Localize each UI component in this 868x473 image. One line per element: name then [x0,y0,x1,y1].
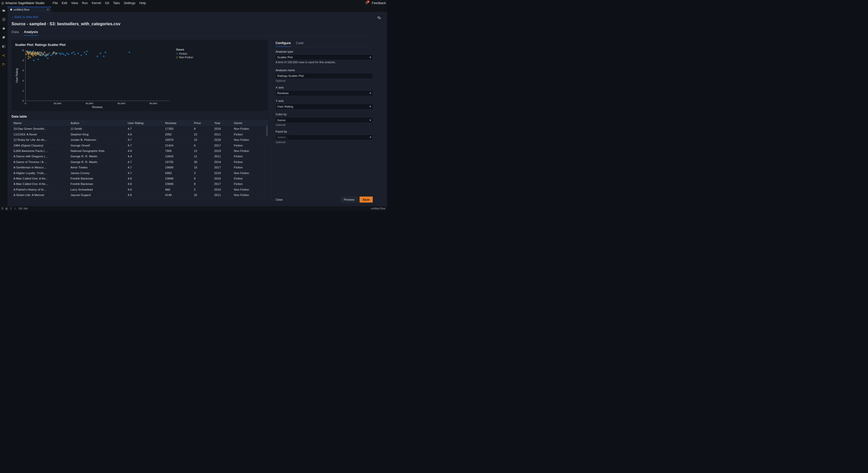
menu-file[interactable]: File [53,1,58,5]
branch-icon[interactable] [2,63,5,66]
svg-point-9 [4,54,5,55]
svg-point-93 [128,52,130,53]
table-row[interactable]: A Gentleman in Mosco…Amor Towles4.719699… [11,165,268,170]
menu-view[interactable]: View [71,1,78,5]
col-2[interactable]: User Rating [126,120,163,126]
svg-point-82 [73,52,74,53]
table-row[interactable]: A Game of Thrones / A …George R. R. Mart… [11,159,268,164]
menu-edit[interactable]: Edit [62,1,67,5]
gear-icon[interactable] [377,16,381,20]
table-row[interactable]: A Higher Loyalty: Truth,…James Comey4.75… [11,170,268,176]
svg-text:2: 2 [23,79,24,82]
left-rail [0,6,7,206]
scrollbar-thumb[interactable] [266,126,268,136]
analysis-name-input[interactable] [276,73,373,78]
palette-icon[interactable] [2,36,5,39]
svg-point-87 [85,54,87,55]
svg-point-1 [2,3,3,4]
git-icon[interactable] [2,27,5,30]
table-row[interactable]: A Patriot's History of th…Larry Schweika… [11,187,268,192]
status-bar: 0 >_ 1 Git: idle untitled.flow [0,206,387,211]
folder-icon[interactable] [2,9,5,12]
svg-point-67 [49,53,50,54]
svg-point-123 [45,55,47,56]
y-axis-select[interactable]: User Rating▾ [276,104,373,109]
table-row[interactable]: 11/22/63: A NovelStephen King4.620522220… [11,131,268,137]
menu-run[interactable]: Run [82,1,88,5]
x-axis-label: X axis [276,86,373,89]
menu-help[interactable]: Help [140,1,146,5]
back-link-label: Back to data flow [15,15,38,19]
x-axis-select[interactable]: Reviews▾ [276,90,373,96]
panel-icon[interactable] [2,44,5,48]
config-tab-configure[interactable]: Configure [276,39,291,47]
table-row[interactable]: 1984 (Signet Classics)George Orwell4.721… [11,143,268,148]
svg-point-133 [32,55,34,57]
brand: Amazon SageMaker Studio [1,1,52,5]
menu-tabs[interactable]: Tabs [113,1,120,5]
svg-point-120 [41,53,42,54]
status-file: untitled.flow [371,207,385,210]
svg-point-117 [38,54,40,55]
terminal-icon[interactable]: >_ [5,207,8,210]
name-optional: Optional [276,80,373,83]
table-row[interactable]: A Man Called Ove: A No…Fredrik Backman4.… [11,181,268,187]
analysis-type-select[interactable]: Scatter Plot▾ [276,55,373,60]
table-row[interactable]: 10-Day Green Smoothi…JJ Smith4.717350820… [11,126,268,131]
flow-file-icon [10,8,12,11]
menu-settings[interactable]: Settings [124,1,135,5]
analysis-name-label: Analysis name [276,68,373,72]
col-6[interactable]: Genre [232,120,268,126]
config-tab-code[interactable]: Code [296,39,304,46]
svg-point-76 [61,53,63,54]
flow-icon[interactable] [2,54,5,57]
tab-data[interactable]: Data [11,30,19,35]
svg-point-81 [71,53,72,54]
svg-point-130 [29,57,31,58]
back-link[interactable]: Back to data flow [11,15,373,19]
notifications-button[interactable]: 4 [365,1,368,5]
svg-point-125 [52,53,54,54]
svg-point-89 [97,56,98,57]
svg-point-78 [65,55,66,56]
svg-point-85 [81,55,82,56]
facet-by-select[interactable]: Select...▾ [276,135,373,140]
status-gear-icon[interactable] [14,207,16,210]
clear-button[interactable]: Clear [276,198,283,201]
target-icon[interactable] [2,18,5,22]
menu-git[interactable]: Git [105,1,109,5]
subtabs: Data Analysis [11,30,373,36]
chart-card: Scatter Plot: Ratings Scatter Plot 01234… [11,39,268,111]
table-row[interactable]: 12 Rules for Life: An An…Jordan B. Peter… [11,137,268,143]
svg-point-10 [4,56,5,57]
col-3[interactable]: Reviews [163,120,192,126]
svg-text:4: 4 [23,59,24,62]
col-1[interactable]: Author [69,120,126,126]
table-row[interactable]: A Stolen Life: A MemoirJaycee Dugard4.64… [11,192,268,198]
svg-point-94 [37,59,39,60]
col-4[interactable]: Price [192,120,212,126]
data-table-wrap[interactable]: NameAuthorUser RatingReviewsPriceYearGen… [11,120,268,203]
table-row[interactable]: 5,000 Awesome Facts (…National Geographi… [11,148,268,154]
scatter-plot[interactable]: 012345020,00040,00060,00080,000ReviewsUs… [15,48,171,109]
svg-point-8 [2,55,3,56]
svg-point-129 [28,56,29,57]
svg-point-12 [3,65,3,66]
menu-kernel[interactable]: Kernel [92,1,101,5]
table-row[interactable]: A Dance with Dragons (…George R. R. Mart… [11,154,268,159]
svg-point-111 [34,52,36,53]
preview-button[interactable]: Preview [341,196,358,203]
sagemaker-logo-icon [1,2,4,5]
legend-item-nonfiction: Non Fiction [176,56,193,59]
feedback-link[interactable]: Feedback [372,1,386,5]
save-button[interactable]: Save [360,196,373,203]
tab-analysis[interactable]: Analysis [24,30,38,36]
table-row[interactable]: A Man Called Ove: A No…Fredrik Backman4.… [11,176,268,181]
col-5[interactable]: Year [212,120,232,126]
file-tab[interactable]: untitled.flow ✕ [7,7,51,12]
col-0[interactable]: Name [11,120,69,126]
svg-text:5: 5 [23,49,24,52]
svg-point-126 [54,52,55,53]
color-by-select[interactable]: Genre▾ [276,117,373,123]
close-icon[interactable]: ✕ [47,8,49,11]
